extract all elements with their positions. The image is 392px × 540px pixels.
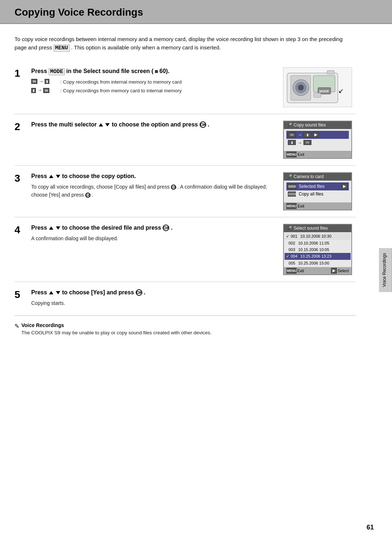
num-2: 002: [289, 241, 295, 245]
lcd-row-4-1: ✓ 001 10.10.2006 10:30: [285, 233, 351, 240]
step-4-desc: A confirmation dialog will be displayed.: [31, 235, 277, 243]
step-1-text: Press MODE in the Select sound file scre…: [31, 67, 277, 96]
date-1: 10.10.2006 10:30: [300, 234, 331, 238]
page-header: Copying Voice Recordings: [0, 0, 392, 24]
menu-code-3: MENU: [286, 203, 297, 209]
menu-code-4: MENU: [286, 268, 297, 274]
page-title: Copying Voice Recordings: [15, 7, 377, 18]
svg-text:↙: ↙: [338, 87, 344, 94]
step-4-content: Press to choose the desired file and pre…: [31, 224, 356, 275]
lcd-screen-2: 🎤 Copy sound files IN → ▮ ▶ ▮: [283, 121, 352, 159]
lcd-int-icon-2: IN: [303, 140, 311, 145]
lcd-footer-2: MENU Exit: [284, 151, 351, 158]
step-3-desc-1: To copy all voice recordings, choose [Co…: [31, 184, 171, 190]
step-1-sub2-icon: ▮ → IN: [31, 87, 60, 93]
ok-button-2: OK: [200, 121, 206, 128]
step-1-number: 1: [15, 68, 28, 79]
lcd-int-icon: IN: [288, 132, 296, 137]
lcd-selected-files: Selected files: [299, 184, 324, 189]
lcd-nav-right-3: ▶: [342, 184, 347, 189]
lcd-title-3: Camera to card: [294, 174, 324, 179]
step-1-sub1: IN → ▮ : Copy recordings from internal m…: [31, 78, 277, 86]
lcd-footer-3: MENU Exit: [284, 202, 351, 210]
card-icon-1: ▮: [45, 79, 49, 84]
int-mem-icon: IN: [31, 79, 37, 84]
step-3-desc-3: .: [92, 192, 93, 198]
step-1-sub1-icon: IN → ▮: [31, 78, 60, 84]
num-3: 003: [289, 247, 295, 252]
lcd-footer-4: MENU Exit ▶ Select: [284, 267, 351, 274]
arrow-right-2: →: [37, 87, 44, 93]
svg-rect-9: [327, 70, 334, 74]
tri-up-4: [49, 226, 53, 230]
num-1: 001: [291, 234, 297, 238]
step-4-number: 4: [15, 225, 28, 236]
lcd-arrow-icon: →: [297, 132, 302, 137]
step-1-title-post: in the Select sound file screen (: [66, 68, 154, 74]
lcd-select-4: Select: [338, 269, 349, 273]
lcd-copy-all: Copy all files: [299, 192, 323, 197]
lcd-screen-3: 🎤 Camera to card ⊞⊞⊞ Selected files ▶ ⊟⊟…: [283, 172, 352, 210]
step-3-press: Press: [31, 173, 49, 179]
lcd-row-2-2: ▮ → IN: [286, 139, 349, 146]
note-title: Voice Recordings: [21, 322, 212, 328]
svg-rect-8: [314, 93, 321, 97]
lcd-row-3-2: ⊟⊟⊟ Copy all files: [286, 190, 349, 198]
intro-text-2: . This option is available only when a m…: [71, 44, 221, 51]
lcd-body-3: ⊞⊞⊞ Selected files ▶ ⊟⊟⊟ Copy all files: [284, 181, 351, 202]
lcd-title-4: Select sound files: [294, 226, 328, 231]
step-2-choose: to choose the option and press: [112, 121, 200, 128]
camera-svg: MODE ↙: [283, 68, 352, 107]
step-2-press: Press the multi selector: [31, 121, 98, 128]
svg-text:MODE: MODE: [319, 89, 329, 93]
main-content: To copy voice recordings between interna…: [0, 24, 392, 347]
step-1-content: Press MODE in the Select sound file scre…: [31, 67, 356, 107]
step-1-sub2: ▮ → IN : Copy recordings from memory car…: [31, 87, 277, 94]
lcd-grid-icon: ⊞⊞⊞: [288, 184, 296, 189]
tri-down-2: [105, 123, 110, 126]
step-1-sub2-text: : Copy recordings from memory card to in…: [60, 87, 182, 94]
step-2-text: Press the multi selector to choose the o…: [31, 121, 277, 132]
lcd-footer-right: ▶ Select: [331, 268, 349, 274]
lcd-row-2-1: IN → ▮ ▶: [286, 131, 349, 139]
page-number: 61: [367, 524, 374, 531]
step-3-number: 3: [15, 173, 28, 184]
lcd-body-4: ✓ 001 10.10.2006 10:30 002 10.10.2006 11…: [284, 232, 351, 267]
step-1-image: MODE ↙: [283, 67, 356, 107]
lcd-title-2: Copy sound files: [294, 122, 326, 128]
step-2-content: Press the multi selector to choose the o…: [31, 121, 356, 159]
lcd-title-bar-3: 🎤 Camera to card: [284, 173, 351, 181]
lcd-row-4-5: 005 10.25.2006 15:00: [285, 260, 351, 266]
step-5: 5 Press to choose [Yes] and press OK . C…: [15, 282, 356, 315]
step-2-period: .: [208, 121, 209, 128]
lcd-exit-2: Exit: [298, 152, 304, 157]
tri-down-5: [56, 291, 60, 294]
lcd-row-4-3: 003 10.15.2006 10:05: [285, 246, 351, 253]
step-5-title: Press to choose [Yes] and press OK .: [31, 289, 356, 297]
check-1: ✓: [286, 234, 289, 239]
section-divider: [15, 315, 356, 316]
step-3-desc: To copy all voice recordings, choose [Co…: [31, 183, 277, 199]
lcd-card-icon-2: ▮: [288, 140, 296, 145]
num-5: 005: [289, 261, 295, 265]
lcd-row-4-2: 002 10.10.2006 11:05: [285, 240, 351, 246]
step-1-page-ref: 60).: [159, 68, 170, 74]
step-2-layout: Press the multi selector to choose the o…: [31, 121, 356, 159]
date-5: 10.25.2006 15:00: [298, 261, 329, 265]
step-1-layout: Press MODE in the Select sound file scre…: [31, 67, 356, 107]
step-4-choose: to choose the desired file and press: [62, 225, 163, 231]
camera-image: MODE ↙: [283, 67, 352, 107]
tri-up-5: [49, 291, 53, 294]
tri-down-4: [56, 226, 60, 230]
svg-point-4: [298, 85, 304, 90]
lcd-screen-4: 🎤 Select sound files ✓ 001 10.10.2006 10…: [283, 224, 352, 275]
tri-down-3: [56, 175, 60, 178]
ok-button-3a: OK: [171, 185, 176, 190]
lcd-row-4-4: ✓ 004 10.25.2006 13:23: [285, 253, 351, 260]
mic-icon-2: 🎤: [286, 122, 292, 128]
menu-code: MENU: [54, 45, 70, 52]
step-1-title: Press MODE in the Select sound file scre…: [31, 67, 277, 76]
card-icon-2: ▮: [31, 88, 36, 93]
step-3-choose: to choose the copy option.: [62, 173, 136, 179]
date-4: 10.25.2006 13:23: [300, 254, 331, 258]
